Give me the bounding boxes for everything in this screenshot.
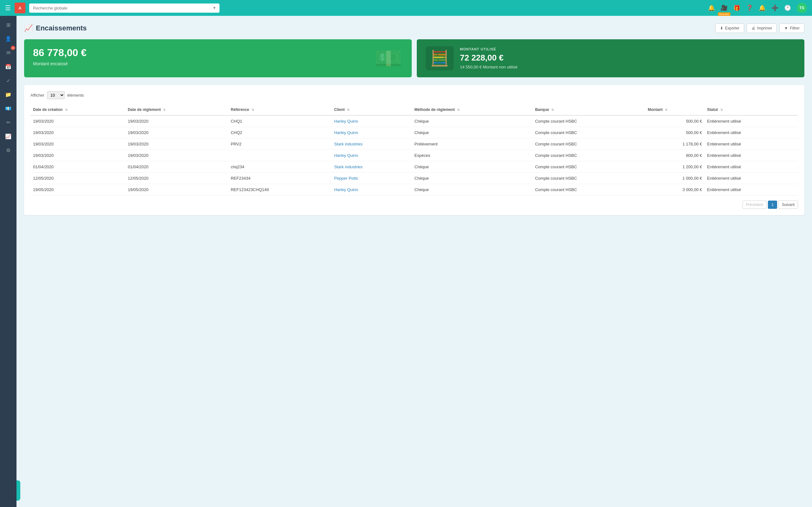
search-chevron-icon: ▼ xyxy=(212,6,216,10)
table-body: 19/03/2020 19/03/2020 CHQ1 Harley Quinn … xyxy=(31,115,798,195)
cell-date-reglement: 19/05/2020 xyxy=(125,184,229,195)
filter-icon: ▼ xyxy=(784,26,788,31)
stat-right-info: MONTANT UTILISÉ 72 228,00 € 14 550,00 € … xyxy=(460,47,517,69)
print-icon: 🖨 xyxy=(751,26,755,31)
gift-icon[interactable]: 🎁 xyxy=(733,4,740,11)
cell-montant: 1 000,00 € xyxy=(645,173,705,184)
cell-statut: Entièrement utilisé xyxy=(705,150,798,161)
sort-date-creation-icon[interactable]: ⇅ xyxy=(65,108,67,112)
cell-montant: 500,00 € xyxy=(645,115,705,127)
cell-date-creation: 19/05/2020 xyxy=(31,184,125,195)
sidebar-item-edit[interactable]: ✏ xyxy=(2,116,14,129)
utilise-title: MONTANT UTILISÉ xyxy=(460,47,517,51)
app-logo: A xyxy=(14,3,26,13)
page-header: 📈 Encaissements ⬇ Exporter 🖨 Imprimer ▼ … xyxy=(24,23,804,33)
cell-client[interactable]: Harley Quinn xyxy=(332,115,412,127)
table-row: 19/03/2020 19/03/2020 CHQ2 Harley Quinn … xyxy=(31,127,798,138)
hamburger-menu[interactable]: ☰ xyxy=(5,4,11,12)
sort-client-icon[interactable]: ⇅ xyxy=(347,108,350,112)
cell-client[interactable]: Harley Quinn xyxy=(332,184,412,195)
utilise-main-amount: 72 228,00 € xyxy=(460,53,517,63)
sort-methode-icon[interactable]: ⇅ xyxy=(457,108,460,112)
cell-statut: Entièrement utilisé xyxy=(705,138,798,150)
filter-button[interactable]: ▼ Filtrer xyxy=(779,23,804,33)
sidebar-item-messages-wrap: ✉ 29 xyxy=(2,46,14,59)
sort-montant-icon[interactable]: ⇅ xyxy=(665,108,667,112)
search-input[interactable] xyxy=(29,3,219,13)
cell-methode: Chèque xyxy=(412,161,532,173)
page-title-icon: 📈 xyxy=(24,24,33,32)
cell-reference: CHQ2 xyxy=(228,127,332,138)
col-client: Client ⇅ xyxy=(332,104,412,115)
topnav-icons: 🔔 🎥 Nouveau 🎁 ❓ 🔔 ➕ 🕐 TS xyxy=(708,3,807,13)
export-icon: ⬇ xyxy=(720,26,723,31)
cell-methode: Chèque xyxy=(412,184,532,195)
cell-banque: Compte courant HSBC xyxy=(532,150,645,161)
cell-montant: 3 000,00 € xyxy=(645,184,705,195)
page-1-button[interactable]: 1 xyxy=(768,201,777,209)
per-page-select[interactable]: 10 25 50 100 xyxy=(47,91,65,99)
cell-methode: Espèces xyxy=(412,150,532,161)
sidebar-item-dashboard[interactable]: ⊞ xyxy=(2,18,14,31)
col-methode: Méthode de règlement ⇅ xyxy=(412,104,532,115)
sort-banque-icon[interactable]: ⇅ xyxy=(551,108,554,112)
cell-banque: Compte courant HSBC xyxy=(532,161,645,173)
help-icon[interactable]: ❓ xyxy=(746,4,753,11)
calculator-icon: 🧮 xyxy=(426,46,454,70)
sidebar-item-calendar[interactable]: 📅 xyxy=(2,60,14,73)
col-banque: Banque ⇅ xyxy=(532,104,645,115)
table-row: 19/03/2020 19/03/2020 PRV2 Stark industr… xyxy=(31,138,798,150)
search-container: ▼ xyxy=(29,3,219,13)
sidebar-item-tasks[interactable]: ✓ xyxy=(2,74,14,87)
sidebar-item-clients[interactable]: 👤 xyxy=(2,32,14,45)
header-actions: ⬇ Exporter 🖨 Imprimer ▼ Filtrer xyxy=(715,23,804,33)
encaisse-label: Montant encaissé xyxy=(33,61,403,66)
sidebar-item-stats[interactable]: 📈 xyxy=(2,130,14,143)
print-button[interactable]: 🖨 Imprimer xyxy=(747,23,777,33)
sort-statut-icon[interactable]: ⇅ xyxy=(720,108,723,112)
avatar[interactable]: TS xyxy=(797,3,807,13)
encaisse-amount: 86 778,00 € xyxy=(33,47,403,59)
cell-montant: 1 200,00 € xyxy=(645,161,705,173)
cell-reference: REF123423CHQ149 xyxy=(228,184,332,195)
cell-client[interactable]: Harley Quinn xyxy=(332,150,412,161)
sidebar-item-billing[interactable]: 💶 xyxy=(2,102,14,115)
cell-date-reglement: 12/05/2020 xyxy=(125,173,229,184)
cell-reference: PRV2 xyxy=(228,138,332,150)
col-statut: Statut ⇅ xyxy=(705,104,798,115)
cell-client[interactable]: Harley Quinn xyxy=(332,127,412,138)
table-row: 19/03/2020 19/03/2020 CHQ1 Harley Quinn … xyxy=(31,115,798,127)
cell-statut: Entièrement utilisé xyxy=(705,161,798,173)
encaissements-table: Date de création ⇅ Date de règlement ⇅ R… xyxy=(31,104,798,195)
cell-statut: Entièrement utilisé xyxy=(705,127,798,138)
cell-reference: REF23434 xyxy=(228,173,332,184)
plus-icon[interactable]: ➕ xyxy=(771,4,778,11)
main-content: 📈 Encaissements ⬇ Exporter 🖨 Imprimer ▼ … xyxy=(16,16,812,507)
cell-banque: Compte courant HSBC xyxy=(532,184,645,195)
sidebar-item-messages[interactable]: ✉ 29 xyxy=(2,46,14,59)
video-icon[interactable]: 🎥 Nouveau xyxy=(721,4,728,11)
next-page-button[interactable]: Suivant xyxy=(778,201,798,209)
bell-icon[interactable]: 🔔 xyxy=(759,4,766,11)
notifications-icon[interactable]: 🔔 xyxy=(708,4,715,11)
print-label: Imprimer xyxy=(757,26,772,31)
cell-client[interactable]: Pepper Potts xyxy=(332,173,412,184)
export-button[interactable]: ⬇ Exporter xyxy=(715,23,744,33)
show-label: Afficher xyxy=(31,93,44,98)
clock-icon[interactable]: 🕐 xyxy=(784,4,791,11)
sort-date-reglement-icon[interactable]: ⇅ xyxy=(163,108,165,112)
sidebar-item-documents[interactable]: 📁 xyxy=(2,88,14,101)
cell-date-reglement: 19/03/2020 xyxy=(125,127,229,138)
cell-client[interactable]: Stark industries xyxy=(332,138,412,150)
elements-label: éléments xyxy=(67,93,84,98)
cell-client[interactable]: Stark industries xyxy=(332,161,412,173)
col-reference: Référence ⇅ xyxy=(228,104,332,115)
cell-methode: Chèque xyxy=(412,127,532,138)
cell-date-creation: 12/05/2020 xyxy=(31,173,125,184)
prev-page-button[interactable]: Précédent xyxy=(743,201,767,209)
cell-statut: Entièrement utilisé xyxy=(705,184,798,195)
cell-reference: CHQ1 xyxy=(228,115,332,127)
sidebar-item-settings[interactable]: ⚙ xyxy=(2,144,14,157)
table-row: 19/05/2020 19/05/2020 REF123423CHQ149 Ha… xyxy=(31,184,798,195)
sort-reference-icon[interactable]: ⇅ xyxy=(252,108,254,112)
